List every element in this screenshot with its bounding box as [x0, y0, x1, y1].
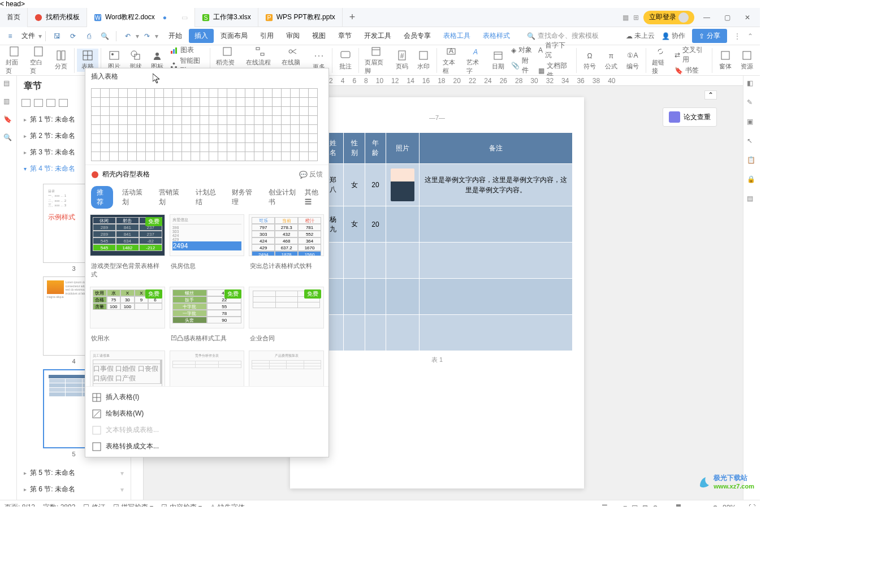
template-item[interactable]: 产品费用预算表 [249, 351, 324, 386]
fullscreen-icon[interactable]: ⛶ [749, 504, 755, 507]
cat-business[interactable]: 创业计划书 [263, 186, 301, 209]
cursor-icon[interactable]: ↖ [747, 137, 757, 147]
save-icon[interactable]: 🖫 [50, 29, 64, 43]
bookmark-icon[interactable]: 🔖 [3, 115, 14, 126]
command-search[interactable]: 🔍 查找命令、搜索模板 [527, 31, 599, 41]
template-item[interactable]: 员工请假单口事假 口婚假 口丧假 口病假 口产假 [90, 351, 165, 386]
tab-menu-icon[interactable]: ▭ [181, 14, 188, 21]
ribbon-bookmark[interactable]: 🔖书签 [675, 66, 707, 75]
new-tab-button[interactable]: + [343, 11, 362, 23]
menu-tab-vip[interactable]: 会员专享 [398, 29, 436, 43]
menu-tab-ref[interactable]: 引用 [254, 29, 279, 43]
maximize-button[interactable]: ▢ [719, 10, 735, 25]
ribbon-blank[interactable]: 空白页 [27, 45, 51, 76]
ribbon-watermark[interactable]: 水印 [413, 49, 434, 72]
style-icon[interactable]: ✎ [747, 98, 757, 109]
word-count[interactable]: 字数: 2893 [43, 503, 75, 507]
menu-tab-start[interactable]: 开始 [163, 29, 188, 43]
zoom-in-icon[interactable]: ⊕ [712, 504, 718, 507]
template-item[interactable]: 可乐当前橙汁797278.378130343255242446836442963… [249, 214, 324, 256]
template-item[interactable]: 免费 饮用水XXX合格753096含量100100 [90, 287, 165, 328]
menu-tab-table-style[interactable]: 表格样式 [477, 29, 516, 43]
view-outline-icon[interactable]: ≡ [623, 504, 627, 507]
cell-gender[interactable]: 女 [344, 164, 365, 206]
cat-activity[interactable]: 活动策划 [116, 186, 150, 209]
template-item[interactable]: 免费 螺丝42扳手22十字批55一字批78头套90 [170, 287, 245, 328]
data-table[interactable]: 编号 姓名 性别 年龄 照片 备注 郑八 女 20 这里是举例文字内容，这里是举… [301, 132, 573, 351]
cmd-insert-table[interactable]: 插入表格(I) [85, 389, 328, 405]
print-icon[interactable]: ⎙ [82, 29, 96, 43]
panel-icon[interactable]: ▤ [747, 194, 757, 205]
paper-check-button[interactable]: 论文查重 [663, 107, 717, 127]
cloud-status[interactable]: ☁未上云 [626, 31, 655, 41]
tool-3[interactable] [46, 99, 55, 107]
template-item[interactable]: 免费 休闲射击水289841237289841237545634-8254514… [90, 214, 165, 256]
ribbon-attach[interactable]: 📎附件 [511, 56, 534, 75]
spell-toggle[interactable]: ☑ 拼写检查 ▾ [113, 503, 154, 507]
cell-gender[interactable]: 女 [344, 206, 365, 243]
tool-2[interactable] [34, 99, 43, 107]
tool-1[interactable] [21, 99, 31, 107]
ribbon-wordart[interactable]: A艺术字 [463, 45, 487, 76]
cell-photo[interactable] [386, 164, 420, 206]
outline-icon[interactable]: ▤ [3, 79, 14, 89]
ribbon-link[interactable]: 超链接 [648, 45, 673, 76]
menu-tab-view[interactable]: 视图 [306, 29, 331, 43]
menu-tab-chapter[interactable]: 章节 [332, 29, 357, 43]
ribbon-cover[interactable]: 封面页 [2, 45, 27, 76]
cat-recommend[interactable]: 推荐 [91, 186, 113, 209]
table-row[interactable]: 郑八 女 20 这里是举例文字内容，这里是举例文字内容，这里是举例文字内容。 [302, 164, 573, 206]
template-item[interactable]: 房屋信息3983034244292494 [170, 214, 245, 256]
close-button[interactable]: ✕ [740, 10, 755, 25]
menu-tab-table-tools[interactable]: 表格工具 [438, 29, 476, 43]
collapse-button[interactable]: ⌃ [704, 90, 717, 100]
cat-other[interactable]: 其他 ☰ [305, 188, 323, 207]
refresh-icon[interactable]: ⟳ [66, 29, 80, 43]
view-web-icon[interactable]: ☰ [602, 504, 608, 507]
tab-excel[interactable]: S 工作簿3.xlsx [195, 8, 258, 27]
tab-word-doc[interactable]: W Word教程2.docx ● ▭ [87, 8, 195, 27]
zoom-level[interactable]: 80% [723, 504, 736, 507]
cell-note[interactable]: 这里是举例文字内容，这里是举例文字内容，这里是举例文字内容。 [420, 164, 573, 206]
ribbon-header[interactable]: 页眉页脚 [361, 45, 391, 76]
zoom-menu-icon[interactable]: ▾ [741, 504, 744, 507]
cell-age[interactable]: 20 [365, 206, 386, 243]
preview-icon[interactable]: 🔍 [98, 29, 111, 43]
feedback-button[interactable]: 💬反馈 [299, 170, 323, 179]
section-5[interactable]: ▸第 5 节: 未命名▾ [17, 465, 131, 481]
table-row[interactable] [302, 315, 573, 351]
share-button[interactable]: ⇪分享 [692, 29, 727, 43]
ribbon-textbox[interactable]: A文本框 [439, 45, 464, 76]
thumbnails-icon[interactable]: ▥ [3, 97, 14, 107]
menu-tab-insert[interactable]: 插入 [189, 29, 214, 43]
table-row[interactable] [302, 243, 573, 279]
ribbon-pagenum[interactable]: #页码 [391, 49, 413, 72]
cmd-table-to-text[interactable]: 表格转换成文本... [85, 438, 328, 455]
clipboard-icon[interactable]: 📋 [747, 156, 757, 166]
missing-font[interactable]: ⚠ 缺失字体 [210, 503, 245, 507]
coop-button[interactable]: 👤协作 [662, 31, 685, 41]
template-item[interactable]: 免费 [249, 287, 324, 328]
more-icon[interactable]: ⋮ [734, 32, 741, 40]
cat-marketing[interactable]: 营销策划 [153, 186, 187, 209]
table-row[interactable]: 杨九 女 20 [302, 206, 573, 243]
minimize-button[interactable]: — [699, 10, 715, 25]
ribbon-symbol[interactable]: Ω符号 [579, 49, 600, 72]
cat-plan[interactable]: 计划总结 [190, 186, 223, 209]
revise-toggle[interactable]: ☐ 修订 [83, 503, 105, 507]
page-status[interactable]: 页面: 8/12 [5, 503, 35, 507]
template-item[interactable]: 竞争分析作业表 [170, 351, 245, 386]
tool-4[interactable] [59, 99, 68, 107]
cell-age[interactable]: 20 [365, 164, 386, 206]
cmd-draw-table[interactable]: 绘制表格(W) [85, 405, 328, 422]
collapse-icon[interactable]: ⌃ [747, 32, 753, 40]
table-size-grid[interactable] [85, 85, 328, 165]
apps-icon[interactable]: ⊞ [633, 14, 639, 21]
file-menu[interactable]: 文件 [18, 31, 38, 41]
home-tab[interactable]: 首页 [0, 8, 28, 27]
zoom-out-icon[interactable]: ⊖ [652, 504, 658, 507]
find-icon[interactable]: 🔍 [3, 133, 14, 144]
view-read-icon[interactable]: ▤ [632, 504, 638, 507]
ribbon-number[interactable]: ①A编号 [622, 49, 643, 72]
menu-tab-dev[interactable]: 开发工具 [358, 29, 397, 43]
